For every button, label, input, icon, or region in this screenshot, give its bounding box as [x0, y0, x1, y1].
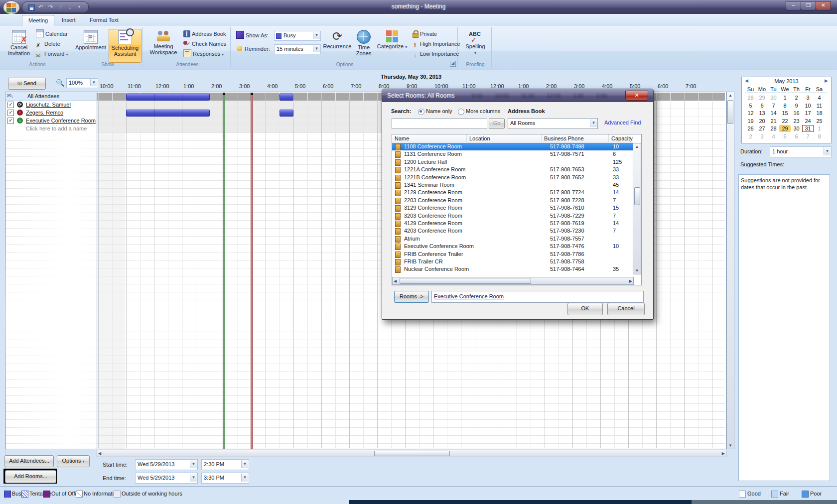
selection-end-line[interactable]	[251, 93, 253, 449]
empty-attendee-row[interactable]	[5, 403, 97, 412]
reminder-combobox[interactable]: 15 minutes▼	[274, 44, 321, 54]
high-importance-button[interactable]: !High Importance	[412, 39, 460, 48]
calendar-date-cell[interactable]: 3	[756, 133, 768, 140]
calendar-date-cell[interactable]: 23	[791, 118, 802, 125]
spelling-button[interactable]: ABC ✓ Spelling▾	[460, 29, 490, 62]
chevron-down-icon[interactable]: ▼	[824, 147, 831, 155]
address-book-button[interactable]: Address Book	[183, 29, 226, 38]
options-dialog-launcher-icon[interactable]: ◢	[450, 61, 456, 67]
attendee-row[interactable]: ✓↑Zegers, Remco	[5, 109, 97, 117]
empty-attendee-row[interactable]	[5, 132, 97, 141]
attendee-checkbox[interactable]: ✓	[7, 110, 14, 116]
address-book-combobox[interactable]: All Rooms▼	[508, 118, 598, 129]
calendar-button[interactable]: Calendar	[36, 29, 68, 38]
dialog-close-button[interactable]: ✕	[625, 91, 648, 101]
room-row[interactable]: 3203 Conference Room517-908-72297	[392, 212, 633, 220]
time-zones-button[interactable]: TimeZones	[352, 29, 376, 62]
empty-attendee-row[interactable]	[5, 395, 97, 404]
chevron-down-icon[interactable]: ▼	[241, 474, 248, 482]
calendar-date-cell[interactable]: 7	[768, 102, 779, 109]
calendar-date-cell[interactable]: 29	[779, 125, 791, 132]
scroll-down-icon[interactable]: ▼	[727, 443, 734, 448]
empty-attendee-row[interactable]	[5, 140, 97, 149]
chevron-down-icon[interactable]: ▼	[90, 79, 97, 86]
room-row[interactable]: 3129 Conference Room517-908-761015	[392, 204, 633, 212]
column-header-location[interactable]: Location	[467, 134, 542, 142]
radio-more-columns[interactable]	[458, 109, 464, 115]
calendar-date-cell[interactable]: 12	[745, 110, 756, 117]
grid-horizontal-scrollbar[interactable]: ◀ ▶	[97, 450, 726, 457]
attendee-row[interactable]: ✓⌂Executive Conference Room	[5, 117, 97, 125]
attendee-name-link[interactable]: Zegers, Remco	[26, 110, 63, 116]
selection-handle[interactable]	[251, 93, 253, 95]
scroll-right-icon[interactable]: ▶	[722, 451, 725, 456]
room-row[interactable]: Atrium517-908-7557	[392, 235, 633, 243]
show-as-combobox[interactable]: Busy▼	[274, 31, 321, 41]
empty-attendee-row[interactable]	[5, 324, 97, 332]
empty-attendee-row[interactable]	[5, 308, 97, 316]
calendar-date-cell[interactable]: 17	[802, 110, 814, 117]
calendar-date-cell[interactable]: 8	[779, 102, 791, 109]
calendar-date-cell[interactable]: 29	[756, 94, 768, 101]
calendar-date-cell[interactable]: 13	[756, 110, 768, 117]
empty-attendee-row[interactable]	[5, 411, 97, 420]
room-row[interactable]: 2129 Conference Room517-908-772414	[392, 189, 633, 196]
room-row[interactable]: 1221B Conference Room517-908-765233	[392, 174, 633, 181]
room-row[interactable]: Executive Conference Room517-908-747610	[392, 243, 633, 250]
start-date-combobox[interactable]: Wed 5/29/2013▼	[135, 459, 198, 470]
empty-attendee-row[interactable]	[5, 435, 97, 444]
low-importance-button[interactable]: ↓Low Importance	[412, 49, 459, 58]
tab-format-text[interactable]: Format Text	[84, 15, 125, 25]
attendee-checkbox[interactable]: ✓	[7, 102, 14, 108]
attendees-header-row[interactable]: ✉↓ All Attendees	[5, 92, 97, 101]
scroll-left-icon[interactable]: ◀	[394, 279, 397, 283]
room-row[interactable]: 1200 Lecture Hall125	[392, 158, 633, 166]
calendar-date-cell[interactable]: 15	[779, 110, 791, 117]
forward-button[interactable]: ✉Forward ▾	[36, 49, 68, 58]
room-row[interactable]: 4203 Conference Room517-908-72307	[392, 227, 633, 235]
calendar-date-cell[interactable]: 7	[802, 133, 814, 140]
calendar-date-cell[interactable]: 14	[768, 110, 779, 117]
calendar-date-cell[interactable]: 24	[802, 118, 814, 125]
cancel-invitation-button[interactable]: ✗ Cancel Invitation	[4, 29, 34, 62]
send-button[interactable]: ✉ Send	[8, 78, 46, 90]
empty-attendee-row[interactable]	[5, 292, 97, 300]
attendee-name-link[interactable]: Lipschutz, Samuel	[26, 102, 71, 108]
calendar-date-cell[interactable]: 10	[802, 102, 814, 109]
room-row[interactable]: FRIB Conference Trailer517-908-7786	[392, 251, 633, 258]
calendar-date-cell[interactable]: 8	[814, 133, 825, 140]
add-attendees-button[interactable]: Add Attendees...	[4, 455, 54, 467]
empty-attendee-row[interactable]	[5, 332, 97, 340]
empty-attendee-row[interactable]	[5, 204, 97, 213]
empty-attendee-row[interactable]	[5, 316, 97, 324]
duration-combobox[interactable]: 1 hour▼	[770, 146, 832, 157]
room-row[interactable]: 1108 Conference Room517-908-749810	[392, 143, 633, 150]
empty-attendee-row[interactable]	[5, 300, 97, 308]
chevron-down-icon[interactable]: ▼	[190, 460, 197, 468]
empty-attendee-row[interactable]	[5, 188, 97, 197]
room-list-vertical-scrollbar[interactable]: ▲ ▼	[633, 143, 641, 274]
calendar-date-cell[interactable]: 11	[814, 102, 825, 109]
tab-meeting[interactable]: Meeting	[22, 15, 54, 26]
empty-attendee-row[interactable]	[5, 419, 97, 428]
room-list-horizontal-scrollbar[interactable]: ◀ ▶	[392, 277, 634, 285]
responses-button[interactable]: Responses ▾	[183, 49, 224, 58]
empty-attendee-row[interactable]	[5, 260, 97, 268]
calendar-date-cell[interactable]: 2	[745, 133, 756, 140]
ok-button[interactable]: OK	[567, 303, 603, 315]
scroll-down-icon[interactable]: ▼	[633, 268, 641, 273]
empty-attendee-row[interactable]	[5, 372, 97, 380]
scrollbar-thumb[interactable]	[634, 187, 640, 205]
grid-vertical-scrollbar[interactable]: ▲ ▼	[726, 92, 734, 449]
scroll-up-icon[interactable]: ▲	[727, 93, 734, 98]
chevron-down-icon[interactable]: ▼	[190, 474, 197, 482]
room-row[interactable]: 1221A Conference Room517-908-765333	[392, 166, 633, 173]
check-names-button[interactable]: ✓Check Names	[183, 39, 226, 48]
calendar-date-cell[interactable]: 18	[814, 110, 825, 117]
scroll-left-icon[interactable]: ◀	[98, 451, 101, 456]
zoom-combobox[interactable]: 100%▼	[66, 78, 98, 88]
calendar-date-cell[interactable]: 30	[768, 94, 779, 101]
rooms-field[interactable]: Executive Conference Room	[431, 291, 644, 303]
categorize-button[interactable]: Categorize ▾	[377, 29, 408, 62]
empty-attendee-row[interactable]	[5, 340, 97, 348]
